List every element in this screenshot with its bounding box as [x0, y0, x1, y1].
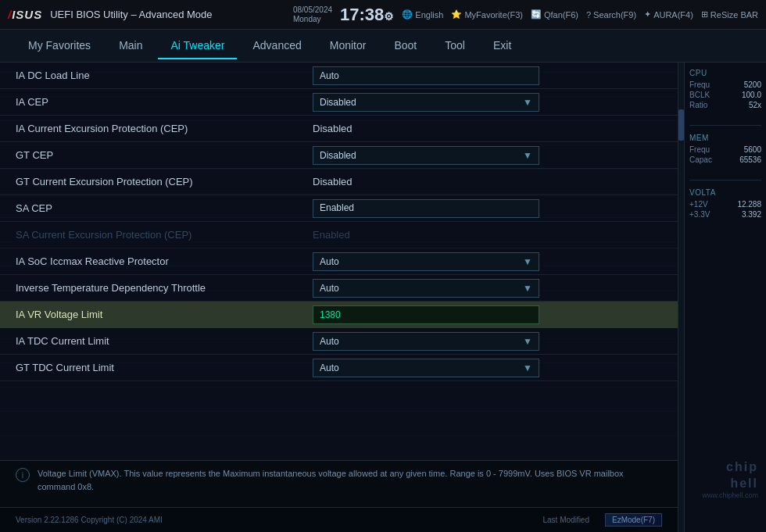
value-plain: Disabled	[313, 123, 353, 134]
resizebar-icon: ⊞	[701, 9, 708, 20]
qfan-label: Qfan(F6)	[544, 10, 578, 20]
search-label: Search(F9)	[593, 10, 636, 20]
setting-label: Inverse Temperature Dependency Throttle	[16, 282, 313, 294]
setting-label: GT CEP	[16, 149, 313, 161]
main-content: IA DC Load Line Auto IA CEP Disabled ▼	[0, 62, 766, 532]
cpu-section-title: CPU	[689, 69, 761, 77]
globe-icon: 🌐	[402, 9, 413, 20]
sidebar-divider	[689, 125, 761, 126]
datetime: 08/05/2024 Monday	[293, 5, 332, 24]
setting-label: IA Current Excursion Protection (CEP)	[16, 123, 313, 134]
value-text: Auto	[313, 66, 539, 85]
setting-value: Disabled ▼	[313, 146, 662, 165]
mem-section-title: Mem	[689, 134, 761, 142]
version-text: Version 2.22.1286 Copyright (C) 2024 AMI	[16, 516, 163, 524]
nav-exit[interactable]: Exit	[481, 33, 524, 59]
watermark: chiphell www.chiphell.com	[702, 459, 758, 501]
nav-bar: My Favorites Main Ai Tweaker Advanced Mo…	[0, 30, 766, 62]
nav-advanced[interactable]: Advanced	[240, 33, 313, 59]
inverse-temp-dropdown[interactable]: Auto ▼	[313, 279, 539, 298]
gt-cep-dropdown[interactable]: Disabled ▼	[313, 146, 539, 165]
setting-value: Disabled	[313, 123, 662, 134]
language-label: English	[415, 10, 443, 20]
language-button[interactable]: 🌐 English	[402, 9, 443, 20]
bclk-row: BCLK 100.0	[689, 91, 761, 99]
bottom-right: Last Modified EzMode(F7)	[543, 513, 663, 527]
setting-gt-tdc: GT TDC Current Limit Auto ▼	[0, 355, 678, 381]
setting-gt-cep-value: GT Current Excursion Protection (CEP) Di…	[0, 169, 678, 195]
setting-label: IA CEP	[16, 96, 313, 108]
setting-label: IA DC Load Line	[16, 70, 313, 81]
v12-value: 12.288	[737, 200, 761, 209]
nav-myfavorites[interactable]: My Favorites	[16, 33, 103, 59]
ia-soc-dropdown[interactable]: Auto ▼	[313, 252, 539, 271]
setting-value: Enabled	[313, 199, 662, 218]
bclk-label: BCLK	[689, 91, 710, 99]
sidebar-divider-2	[689, 180, 761, 180]
chevron-down-icon: ▼	[523, 362, 532, 373]
value-plain: Disabled	[313, 176, 353, 187]
bclk-value: 100.0	[742, 91, 761, 99]
volt-section-title: Volta	[689, 188, 761, 197]
time-display: 17:38⚙	[340, 6, 394, 23]
myfavorite-button[interactable]: ⭐ MyFavorite(F3)	[451, 9, 523, 20]
setting-value: 1380	[313, 305, 662, 324]
settings-panel: IA DC Load Line Auto IA CEP Disabled ▼	[0, 62, 678, 532]
last-modified-text: Last Modified	[543, 516, 589, 524]
resizebar-button[interactable]: ⊞ ReSize BAR	[701, 9, 758, 20]
mem-section: Mem Frequ 5600 Capac 65536	[689, 134, 761, 166]
mem-cap-value: 65536	[739, 155, 761, 164]
cpu-freq-value: 5200	[744, 80, 761, 89]
search-button[interactable]: ? Search(F9)	[586, 10, 636, 20]
mem-cap-row: Capac 65536	[689, 155, 761, 164]
setting-label: GT Current Excursion Protection (CEP)	[16, 176, 313, 187]
setting-value: Disabled	[313, 176, 662, 187]
scroll-thumb[interactable]	[678, 109, 684, 141]
nav-ai-tweaker[interactable]: Ai Tweaker	[158, 33, 237, 59]
gt-tdc-dropdown[interactable]: Auto ▼	[313, 359, 539, 377]
bios-screen: /ISUS UEFI BIOS Utility – Advanced Mode …	[0, 0, 766, 532]
setting-inverse-temp: Inverse Temperature Dependency Throttle …	[0, 275, 678, 302]
chevron-down-icon: ▼	[523, 150, 532, 161]
ratio-label: Ratio	[689, 101, 707, 109]
ia-cep-dropdown[interactable]: Disabled ▼	[313, 93, 539, 112]
setting-sa-cep: SA CEP Enabled	[0, 195, 678, 222]
setting-value: Enabled	[313, 229, 662, 241]
setting-label: SA Current Excursion Protection (CEP)	[16, 229, 313, 241]
setting-label: GT TDC Current Limit	[16, 362, 313, 373]
nav-tool[interactable]: Tool	[432, 33, 478, 59]
nav-monitor[interactable]: Monitor	[317, 33, 379, 59]
setting-value: Disabled ▼	[313, 93, 662, 112]
sa-cep-value: Enabled	[313, 199, 539, 218]
nav-main[interactable]: Main	[106, 33, 155, 59]
value-plain: Enabled	[313, 229, 350, 241]
search-icon: ?	[586, 10, 591, 20]
ia-vr-voltage-input[interactable]: 1380	[313, 305, 539, 324]
aura-icon: ✦	[644, 9, 651, 20]
setting-label: IA VR Voltage Limit	[16, 309, 313, 320]
mem-freq-value: 5600	[744, 145, 761, 154]
mem-freq-row: Frequ 5600	[689, 145, 761, 154]
nav-boot[interactable]: Boot	[381, 33, 429, 59]
bottom-info: i Voltage Limit (VMAX). This value repre…	[0, 460, 678, 507]
ezmode-button[interactable]: EzMode(F7)	[605, 513, 662, 527]
resizebar-label: ReSize BAR	[711, 10, 758, 20]
setting-value: Auto ▼	[313, 332, 662, 351]
setting-gt-cep: GT CEP Disabled ▼	[0, 142, 678, 169]
chevron-down-icon: ▼	[523, 256, 532, 267]
setting-ia-vr-voltage: IA VR Voltage Limit 1380	[0, 302, 678, 328]
asus-logo: /ISUS	[8, 8, 42, 21]
cpu-freq-label: Frequ	[689, 80, 710, 89]
ia-tdc-dropdown[interactable]: Auto ▼	[313, 332, 539, 351]
top-icons: 🌐 English ⭐ MyFavorite(F3) 🔄 Qfan(F6) ? …	[402, 9, 758, 20]
settings-table: IA DC Load Line Auto IA CEP Disabled ▼	[0, 62, 678, 460]
aura-button[interactable]: ✦ AURA(F4)	[644, 9, 693, 20]
mem-cap-label: Capac	[689, 155, 712, 164]
qfan-button[interactable]: 🔄 Qfan(F6)	[531, 9, 578, 20]
setting-ia-cep: IA CEP Disabled ▼	[0, 89, 678, 116]
scrollbar[interactable]	[678, 62, 684, 532]
setting-label: IA TDC Current Limit	[16, 335, 313, 347]
chevron-down-icon: ▼	[523, 97, 532, 108]
chevron-down-icon: ▼	[523, 283, 532, 294]
bottom-status: Version 2.22.1286 Copyright (C) 2024 AMI…	[0, 507, 678, 532]
